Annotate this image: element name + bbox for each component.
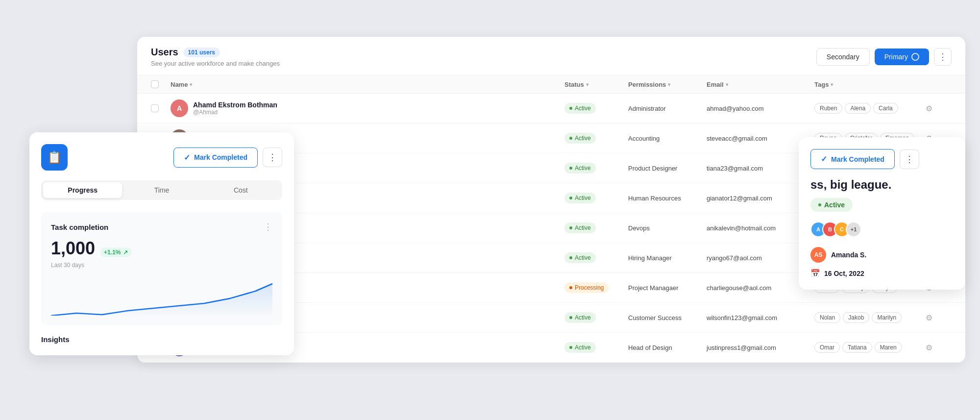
mark-completed-label: Mark Completed <box>194 153 247 161</box>
tags-cell: RubenAlenaCarla <box>814 103 922 114</box>
tag: Carla <box>873 103 898 114</box>
status-dot <box>569 167 572 170</box>
actions-cell: ⚙ <box>922 101 952 115</box>
reporter-avatar: AS <box>810 247 826 263</box>
status-dot <box>569 316 572 319</box>
panel-title-row: Users 101 users <box>151 47 280 58</box>
name-sort-icon: ▾ <box>190 82 192 87</box>
more-icon: ⋮ <box>938 51 947 62</box>
right-more-icon: ⋮ <box>905 154 914 165</box>
mark-completed-button[interactable]: ✓ Mark Completed <box>173 148 258 168</box>
status-cell: Active <box>564 193 628 203</box>
tab-progress[interactable]: Progress <box>43 182 122 198</box>
tab-cost[interactable]: Cost <box>201 182 280 198</box>
users-count-badge: 101 users <box>183 48 220 57</box>
th-status[interactable]: Status ▾ <box>564 80 628 88</box>
avatars-stack: A B C +1 <box>810 222 861 237</box>
right-panel-action-row: ✓ Mark Completed ⋮ <box>810 149 954 169</box>
th-email[interactable]: Email ▾ <box>707 80 814 88</box>
panel-actions: Secondary Primary ⋮ <box>816 48 952 66</box>
task-more-icon[interactable]: ⋮ <box>264 222 272 232</box>
th-permissions[interactable]: Permissions ▾ <box>628 80 707 88</box>
status-cell: Active <box>564 133 628 144</box>
permissions-cell: Project Managaer <box>628 284 707 292</box>
row-checkbox[interactable] <box>151 104 159 112</box>
insights-title: Insights <box>41 335 282 344</box>
card-icon: 📋 <box>41 144 68 171</box>
th-tags[interactable]: Tags ▾ <box>814 80 922 88</box>
row-checkbox-cell <box>151 104 171 112</box>
status-dot <box>569 256 572 259</box>
status-badge: Active <box>564 222 596 233</box>
th-checkbox <box>151 80 171 88</box>
page-title: Users <box>151 47 178 58</box>
tag: Nolan <box>814 312 840 323</box>
email-sort-icon: ▾ <box>726 82 728 87</box>
user-handle: @Ahmad <box>193 109 277 116</box>
email-cell: justinpress1@gmail.com <box>707 344 814 351</box>
permissions-cell: Customer Success <box>628 314 707 321</box>
email-cell: ahmad@yahoo.com <box>707 105 814 112</box>
tag: Omar <box>814 342 840 353</box>
th-actions <box>922 80 952 88</box>
status-cell: Active <box>564 103 628 114</box>
status-badge: Active <box>564 133 596 144</box>
card-more-button[interactable]: ⋮ <box>263 148 282 167</box>
chart-fill <box>51 284 272 316</box>
select-all-checkbox[interactable] <box>151 80 159 88</box>
table-header: Name ▾ Status ▾ Permissions ▾ Email ▾ Ta… <box>137 75 965 94</box>
panel-title-group: Users 101 users See your active workforc… <box>151 47 280 67</box>
row-gear-button[interactable]: ⚙ <box>922 341 936 354</box>
email-cell: tiana23@gmail.com <box>707 165 814 172</box>
right-check-icon: ✓ <box>821 154 827 164</box>
email-cell: anikalevin@hotmail.com <box>707 224 814 232</box>
table-row[interactable]: A Ahamd Ekstrom Bothman @Ahmad Active Ad… <box>137 94 965 124</box>
status-badge: Processing <box>564 282 609 293</box>
completion-chart <box>51 276 272 316</box>
th-name[interactable]: Name ▾ <box>171 80 564 88</box>
task-completion-card: Task completion ⋮ 1,000 +1.1% ↗ Last 30 … <box>41 212 282 325</box>
secondary-button[interactable]: Secondary <box>816 48 870 66</box>
status-cell: Active <box>564 163 628 173</box>
status-badge: Active <box>564 103 596 114</box>
primary-button[interactable]: Primary <box>875 49 929 65</box>
right-panel-status-badge: Active <box>810 198 853 212</box>
date-row: 📅 16 Oct, 2022 <box>810 269 954 278</box>
status-cell: Processing <box>564 282 628 293</box>
card-top-row: 📋 ✓ Mark Completed ⋮ <box>41 144 282 171</box>
row-gear-button[interactable]: ⚙ <box>922 101 936 115</box>
status-dot <box>569 226 572 229</box>
permissions-cell: Administrator <box>628 105 707 112</box>
tag: Tatiana <box>842 342 872 353</box>
tags-cell: NolanJakobMarilyn <box>814 312 922 323</box>
right-more-button[interactable]: ⋮ <box>900 149 919 169</box>
status-dot <box>569 137 572 140</box>
tags-sort-icon: ▾ <box>831 82 833 87</box>
permissions-cell: Head of Design <box>628 344 707 351</box>
avatar-count: +1 <box>846 222 861 237</box>
permissions-sort-icon: ▾ <box>668 82 670 87</box>
user-info: Ahamd Ekstrom Bothman @Ahmad <box>193 101 277 116</box>
user-name: Ahamd Ekstrom Bothman <box>193 101 277 109</box>
task-completion-header: Task completion ⋮ <box>51 222 272 232</box>
email-cell: wilsonfin123@gmail.com <box>707 314 814 321</box>
status-dot <box>569 346 572 349</box>
status-sort-icon: ▾ <box>586 82 588 87</box>
panel-header: Users 101 users See your active workforc… <box>137 37 965 75</box>
tab-time[interactable]: Time <box>122 182 201 198</box>
email-cell: gianator12@gmail.com <box>707 195 814 202</box>
status-dot <box>569 286 572 289</box>
growth-arrow-icon: ↗ <box>123 249 128 256</box>
status-badge: Active <box>564 252 596 263</box>
right-panel: ✓ Mark Completed ⋮ ss, big league. Activ… <box>799 137 965 290</box>
row-gear-button[interactable]: ⚙ <box>922 311 936 324</box>
more-options-button[interactable]: ⋮ <box>934 48 952 66</box>
panel-subtitle: See your active workforce and make chang… <box>151 60 280 67</box>
tabs-row: Progress Time Cost <box>41 180 282 200</box>
card-more-icon: ⋮ <box>268 152 277 163</box>
right-mark-completed-button[interactable]: ✓ Mark Completed <box>810 149 895 169</box>
status-badge: Active <box>564 163 596 173</box>
status-badge: Active <box>564 312 596 323</box>
avatar: A <box>171 99 188 117</box>
status-cell: Active <box>564 222 628 233</box>
